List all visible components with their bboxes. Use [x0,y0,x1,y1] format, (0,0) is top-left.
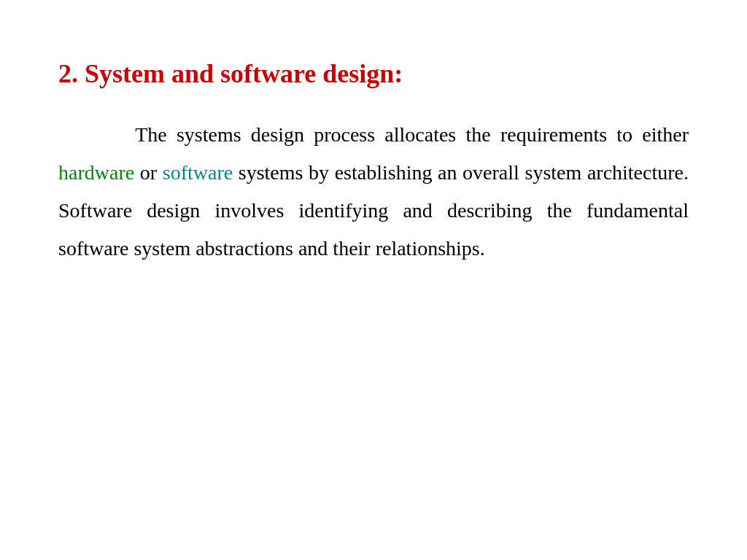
hardware-keyword: hardware [58,161,134,184]
heading-title-text: System and software design: [85,59,403,88]
indent-space [58,123,135,146]
heading-number: 2. [58,59,78,88]
software-keyword: software [163,161,233,184]
sentence-part1: The systems design process allocates the… [135,123,689,146]
section-heading: 2. System and software design: [58,58,689,90]
page-container: 2. System and software design: The syste… [0,0,747,560]
body-paragraph: The systems design process allocates the… [58,116,689,267]
connector-text: or [140,161,157,184]
